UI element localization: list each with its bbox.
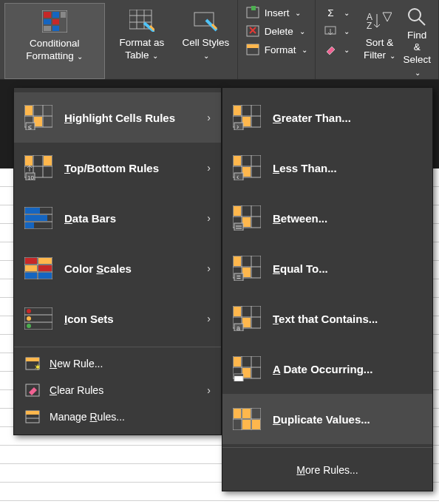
chevron-down-icon: ⌄ [344,46,350,54]
chevron-down-icon: ⌄ [299,27,305,35]
less-than-item[interactable]: ‹ Less Than... [222,143,432,193]
svg-rect-75 [234,106,241,115]
cell-styles-icon [193,6,218,35]
data-bars-item[interactable]: Data Bars › [14,193,221,243]
svg-point-24 [409,9,421,21]
between-label: Between... [273,212,327,225]
new-rule-item[interactable]: ✶ New Rule... [14,350,221,377]
svg-rect-109 [242,318,251,327]
svg-rect-1 [44,12,51,18]
svg-rect-55 [38,265,52,271]
svg-rect-20 [247,44,259,48]
equal-to-item[interactable]: = Equal To... [222,243,432,293]
find-select-button[interactable]: Find & Select ⌄ [400,3,434,79]
data-bars-label: Data Bars [64,212,116,225]
data-bars-icon [24,205,52,231]
icon-sets-item[interactable]: Icon Sets › [14,293,221,344]
menu-separator [14,347,221,347]
svg-text:‹: ‹ [236,173,239,180]
svg-text:✶: ✶ [34,362,40,370]
insert-label: Insert [265,7,290,18]
format-as-table-button[interactable]: Format as Table ⌄ [105,3,179,79]
svg-rect-30 [25,106,33,115]
delete-button[interactable]: Delete ⌄ [242,23,311,39]
find-icon [406,6,427,28]
top-bottom-icon: 10 [24,154,52,181]
find-select-label: Find & Select ⌄ [403,30,431,80]
svg-rect-54 [25,265,37,271]
highlight-cells-icon: ≤ [24,104,52,131]
sort-filter-button[interactable]: AZ Sort & Filter ⌄ [358,3,400,79]
svg-line-25 [419,19,425,25]
icon-sets-label: Icon Sets [64,313,114,325]
svg-rect-7 [52,26,59,31]
svg-rect-92 [242,217,251,227]
chevron-down-icon: ⌄ [387,52,395,60]
svg-point-61 [27,309,31,313]
fill-down-icon [323,24,338,38]
greater-than-icon: › [233,104,261,131]
chevron-right-icon: › [207,112,211,123]
svg-rect-6 [44,26,51,31]
highlight-cells-label: HHighlight Cells Rulesighlight Cells Rul… [64,112,175,124]
svg-text:≤: ≤ [28,123,32,130]
duplicate-values-item[interactable]: Duplicate Values... [222,394,432,444]
clear-button[interactable]: ⌄ [320,41,353,58]
cell-styles-button[interactable]: Cell Styles ⌄ [179,3,233,79]
top-bottom-rules-item[interactable]: 10 Top/Bottom Rules › [14,143,221,193]
svg-rect-15 [251,6,256,10]
svg-text:a: a [236,324,240,331]
between-item[interactable]: Between... [222,193,432,243]
manage-rules-icon [24,409,41,424]
text-contains-item[interactable]: a Text that Contains... [222,293,432,344]
color-scales-icon [24,255,52,282]
editing-group: Σ⌄ ⌄ ⌄ AZ Sort & Filter ⌄ Find & Select … [316,0,439,79]
chevron-down-icon: ⌄ [302,46,307,54]
clear-rules-item[interactable]: Clear Rules › [14,377,221,403]
svg-rect-5 [52,19,59,24]
autosum-button[interactable]: Σ⌄ [320,4,353,21]
svg-point-63 [27,324,31,328]
manage-rules-item[interactable]: Manage Rules... [14,403,221,430]
duplicate-values-label: Duplicate Values... [273,413,370,426]
svg-rect-38 [25,156,33,166]
chevron-down-icon: ⌄ [151,52,159,60]
svg-rect-108 [234,307,241,316]
svg-rect-52 [25,258,37,264]
date-occurring-item[interactable]: A Date Occurring... [222,344,432,394]
date-occurring-label: A Date Occurring... [273,363,372,375]
top-bottom-label: Top/Bottom Rules [64,162,159,174]
insert-button[interactable]: Insert ⌄ [242,4,311,21]
svg-rect-3 [61,12,66,18]
chevron-right-icon: › [207,313,211,324]
svg-rect-127 [252,420,260,429]
svg-rect-124 [234,409,241,418]
svg-rect-100 [234,256,241,266]
greater-than-item[interactable]: › Greater Than... [222,92,432,143]
color-scales-item[interactable]: Color Scales › [14,243,221,293]
insert-cells-icon [245,6,260,19]
color-scales-label: Color Scales [64,262,132,275]
svg-rect-101 [242,268,251,277]
svg-rect-31 [34,117,42,126]
svg-rect-46 [25,215,47,221]
conditional-formatting-label: Conditional Formatting ⌄ [8,38,101,63]
text-contains-icon: a [233,305,261,332]
format-button[interactable]: Format ⌄ [242,41,311,58]
conditional-formatting-icon [42,7,67,36]
highlight-cells-rules-item[interactable]: ≤ HHighlight Cells Rulesighlight Cells R… [14,92,221,143]
fill-button[interactable]: ⌄ [320,23,353,39]
svg-rect-39 [44,156,52,166]
format-as-table-icon [129,6,154,35]
text-contains-label: Text that Contains... [273,313,378,325]
greater-than-label: Greater Than... [273,112,351,124]
more-rules-item[interactable]: More Rules... [222,451,432,486]
duplicate-values-icon [233,406,261,432]
svg-text:=: = [236,273,241,281]
svg-rect-117 [242,368,251,378]
eraser-icon [323,43,338,56]
conditional-formatting-button[interactable]: Conditional Formatting ⌄ [4,3,105,79]
chevron-down-icon: ⌄ [344,27,350,35]
svg-rect-57 [38,273,52,279]
svg-text:10: 10 [27,174,34,180]
